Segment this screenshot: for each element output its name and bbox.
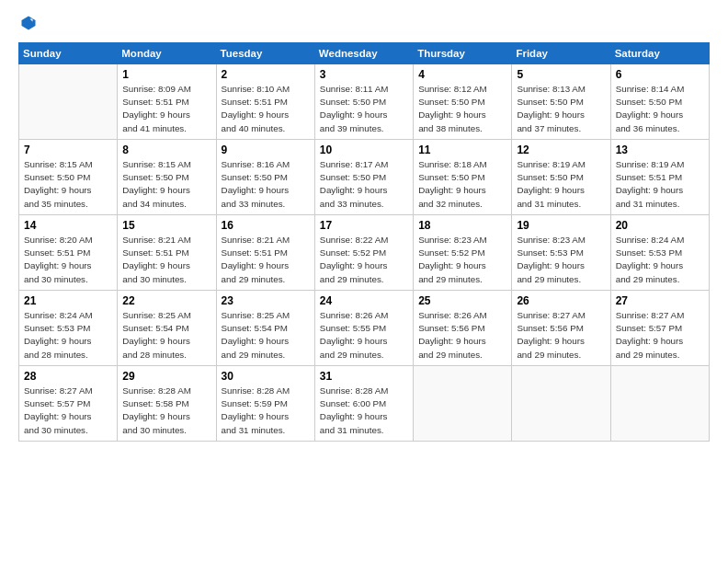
calendar-cell: 27Sunrise: 8:27 AMSunset: 5:57 PMDayligh… (610, 291, 709, 366)
day-number: 26 (517, 294, 605, 307)
calendar-cell: 3Sunrise: 8:11 AMSunset: 5:50 PMDaylight… (314, 64, 413, 140)
calendar-cell: 11Sunrise: 8:18 AMSunset: 5:50 PMDayligh… (414, 140, 512, 215)
day-info: Sunrise: 8:25 AMSunset: 5:54 PMDaylight:… (222, 309, 310, 362)
day-info: Sunrise: 8:15 AMSunset: 5:50 PMDaylight:… (24, 158, 112, 211)
weekday-header-tuesday: Tuesday (216, 43, 314, 64)
calendar-cell (512, 366, 610, 442)
calendar-cell: 2Sunrise: 8:10 AMSunset: 5:51 PMDaylight… (216, 64, 314, 140)
calendar-cell: 24Sunrise: 8:26 AMSunset: 5:55 PMDayligh… (314, 291, 413, 366)
day-info: Sunrise: 8:24 AMSunset: 5:53 PMDaylight:… (24, 309, 112, 362)
day-number: 28 (24, 370, 112, 383)
calendar-cell: 20Sunrise: 8:24 AMSunset: 5:53 PMDayligh… (610, 215, 709, 291)
calendar-page: SundayMondayTuesdayWednesdayThursdayFrid… (0, 0, 728, 563)
calendar-cell: 31Sunrise: 8:28 AMSunset: 6:00 PMDayligh… (314, 366, 413, 442)
day-number: 22 (122, 294, 210, 307)
calendar-cell: 13Sunrise: 8:19 AMSunset: 5:51 PMDayligh… (610, 140, 709, 215)
day-number: 8 (122, 144, 210, 156)
calendar-cell: 7Sunrise: 8:15 AMSunset: 5:50 PMDaylight… (19, 140, 118, 215)
calendar-cell (610, 366, 709, 442)
day-number: 19 (517, 219, 605, 232)
calendar-cell: 28Sunrise: 8:27 AMSunset: 5:57 PMDayligh… (19, 366, 118, 442)
logo-icon (20, 15, 37, 31)
day-info: Sunrise: 8:12 AMSunset: 5:50 PMDaylight:… (418, 83, 506, 135)
day-info: Sunrise: 8:28 AMSunset: 5:59 PMDaylight:… (222, 385, 310, 437)
day-info: Sunrise: 8:17 AMSunset: 5:50 PMDaylight:… (320, 158, 408, 211)
day-info: Sunrise: 8:15 AMSunset: 5:50 PMDaylight:… (122, 158, 210, 211)
day-info: Sunrise: 8:09 AMSunset: 5:51 PMDaylight:… (122, 83, 210, 135)
day-number: 14 (24, 219, 112, 232)
calendar-cell: 14Sunrise: 8:20 AMSunset: 5:51 PMDayligh… (19, 215, 118, 291)
calendar-cell: 25Sunrise: 8:26 AMSunset: 5:56 PMDayligh… (414, 291, 512, 366)
day-number: 13 (616, 144, 704, 156)
day-number: 23 (222, 294, 310, 307)
day-number: 18 (418, 219, 506, 232)
day-info: Sunrise: 8:20 AMSunset: 5:51 PMDaylight:… (24, 234, 112, 286)
day-info: Sunrise: 8:27 AMSunset: 5:57 PMDaylight:… (24, 385, 112, 437)
day-info: Sunrise: 8:26 AMSunset: 5:56 PMDaylight:… (418, 309, 506, 362)
day-info: Sunrise: 8:19 AMSunset: 5:50 PMDaylight:… (517, 158, 605, 211)
day-number: 12 (517, 144, 605, 156)
weekday-header-row: SundayMondayTuesdayWednesdayThursdayFrid… (19, 43, 710, 64)
day-info: Sunrise: 8:19 AMSunset: 5:51 PMDaylight:… (616, 158, 704, 211)
day-number: 3 (320, 68, 408, 81)
weekday-header-saturday: Saturday (610, 43, 709, 64)
calendar-week-row: 14Sunrise: 8:20 AMSunset: 5:51 PMDayligh… (19, 215, 710, 291)
weekday-header-thursday: Thursday (414, 43, 512, 64)
calendar-cell: 10Sunrise: 8:17 AMSunset: 5:50 PMDayligh… (314, 140, 413, 215)
day-info: Sunrise: 8:11 AMSunset: 5:50 PMDaylight:… (320, 83, 408, 135)
calendar-cell: 29Sunrise: 8:28 AMSunset: 5:58 PMDayligh… (118, 366, 216, 442)
calendar-cell: 16Sunrise: 8:21 AMSunset: 5:51 PMDayligh… (216, 215, 314, 291)
calendar-table: SundayMondayTuesdayWednesdayThursdayFrid… (18, 42, 710, 442)
calendar-cell: 21Sunrise: 8:24 AMSunset: 5:53 PMDayligh… (19, 291, 118, 366)
day-info: Sunrise: 8:27 AMSunset: 5:56 PMDaylight:… (517, 309, 605, 362)
day-info: Sunrise: 8:23 AMSunset: 5:53 PMDaylight:… (517, 234, 605, 286)
calendar-week-row: 1Sunrise: 8:09 AMSunset: 5:51 PMDaylight… (19, 64, 710, 140)
header (18, 15, 710, 31)
weekday-header-friday: Friday (512, 43, 610, 64)
day-number: 25 (418, 294, 506, 307)
day-number: 31 (320, 370, 408, 383)
calendar-cell: 30Sunrise: 8:28 AMSunset: 5:59 PMDayligh… (216, 366, 314, 442)
calendar-cell (414, 366, 512, 442)
day-info: Sunrise: 8:21 AMSunset: 5:51 PMDaylight:… (122, 234, 210, 286)
day-number: 2 (222, 68, 310, 81)
day-number: 21 (24, 294, 112, 307)
calendar-cell: 19Sunrise: 8:23 AMSunset: 5:53 PMDayligh… (512, 215, 610, 291)
day-info: Sunrise: 8:28 AMSunset: 5:58 PMDaylight:… (122, 385, 210, 437)
day-number: 24 (320, 294, 408, 307)
day-info: Sunrise: 8:25 AMSunset: 5:54 PMDaylight:… (122, 309, 210, 362)
logo (18, 15, 37, 31)
day-number: 27 (616, 294, 704, 307)
calendar-week-row: 21Sunrise: 8:24 AMSunset: 5:53 PMDayligh… (19, 291, 710, 366)
calendar-cell: 22Sunrise: 8:25 AMSunset: 5:54 PMDayligh… (118, 291, 216, 366)
day-number: 10 (320, 144, 408, 156)
day-info: Sunrise: 8:26 AMSunset: 5:55 PMDaylight:… (320, 309, 408, 362)
day-info: Sunrise: 8:23 AMSunset: 5:52 PMDaylight:… (418, 234, 506, 286)
day-info: Sunrise: 8:13 AMSunset: 5:50 PMDaylight:… (517, 83, 605, 135)
calendar-cell: 8Sunrise: 8:15 AMSunset: 5:50 PMDaylight… (118, 140, 216, 215)
day-number: 17 (320, 219, 408, 232)
day-number: 7 (24, 144, 112, 156)
day-number: 4 (418, 68, 506, 81)
weekday-header-sunday: Sunday (19, 43, 118, 64)
calendar-cell: 26Sunrise: 8:27 AMSunset: 5:56 PMDayligh… (512, 291, 610, 366)
weekday-header-wednesday: Wednesday (314, 43, 413, 64)
day-number: 15 (122, 219, 210, 232)
calendar-cell: 17Sunrise: 8:22 AMSunset: 5:52 PMDayligh… (314, 215, 413, 291)
calendar-cell: 18Sunrise: 8:23 AMSunset: 5:52 PMDayligh… (414, 215, 512, 291)
calendar-cell: 1Sunrise: 8:09 AMSunset: 5:51 PMDaylight… (118, 64, 216, 140)
day-info: Sunrise: 8:18 AMSunset: 5:50 PMDaylight:… (418, 158, 506, 211)
calendar-cell: 15Sunrise: 8:21 AMSunset: 5:51 PMDayligh… (118, 215, 216, 291)
calendar-week-row: 7Sunrise: 8:15 AMSunset: 5:50 PMDaylight… (19, 140, 710, 215)
day-number: 29 (122, 370, 210, 383)
calendar-cell: 4Sunrise: 8:12 AMSunset: 5:50 PMDaylight… (414, 64, 512, 140)
day-info: Sunrise: 8:10 AMSunset: 5:51 PMDaylight:… (222, 83, 310, 135)
day-number: 20 (616, 219, 704, 232)
day-info: Sunrise: 8:24 AMSunset: 5:53 PMDaylight:… (616, 234, 704, 286)
day-number: 5 (517, 68, 605, 81)
day-number: 9 (222, 144, 310, 156)
day-info: Sunrise: 8:16 AMSunset: 5:50 PMDaylight:… (222, 158, 310, 211)
day-info: Sunrise: 8:21 AMSunset: 5:51 PMDaylight:… (222, 234, 310, 286)
weekday-header-monday: Monday (118, 43, 216, 64)
day-number: 16 (222, 219, 310, 232)
